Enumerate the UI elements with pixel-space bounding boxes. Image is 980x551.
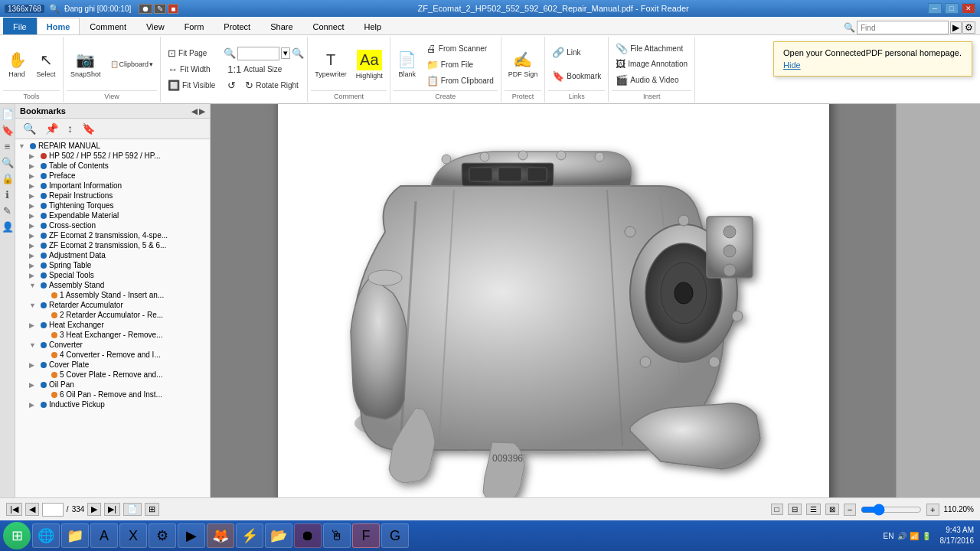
taskbar-app3[interactable]: G — [381, 523, 409, 548]
tab-help[interactable]: Help — [354, 18, 392, 34]
bookmark-item[interactable]: 4 Converter - Remove and I... — [15, 350, 210, 360]
start-button[interactable]: ⊞ — [3, 522, 31, 549]
zoom-slider[interactable] — [861, 504, 922, 516]
bookmark-current-button[interactable]: 📄 — [123, 503, 142, 516]
taskbar-firefox[interactable]: 🦊 — [207, 523, 234, 548]
side-strip-bookmarks-icon[interactable]: 🔖 — [0, 123, 15, 138]
highlight-button[interactable]: Aa Highlight — [352, 41, 387, 87]
taskbar-explorer[interactable]: 📁 — [61, 523, 89, 548]
zoom-input[interactable]: 110.20% — [237, 47, 279, 60]
sidebar-icon2[interactable]: 📌 — [42, 121, 61, 136]
side-strip-properties-icon[interactable]: ℹ — [4, 187, 11, 202]
last-page-button[interactable]: ▶| — [104, 503, 120, 516]
bookmark-item[interactable]: ▼Retarder Accumulator — [15, 300, 210, 310]
sidebar-collapse-right[interactable]: ▶ — [199, 107, 205, 116]
tab-comment[interactable]: Comment — [80, 18, 136, 34]
prev-page-button[interactable]: ◀ — [25, 503, 39, 516]
zoom-in-icon[interactable]: 🔍 — [292, 47, 304, 59]
taskbar-app2[interactable]: 🖱 — [323, 523, 351, 548]
sidebar-icon3[interactable]: ↕ — [64, 121, 76, 136]
side-strip-layers-icon[interactable]: ≡ — [3, 139, 12, 154]
connected-pdf-hide-link[interactable]: Hide — [783, 60, 962, 70]
bookmark-item[interactable]: 5 Cover Plate - Remove and... — [15, 370, 210, 380]
file-attachment-button[interactable]: 📎 File Attachment — [612, 41, 691, 56]
minimize-button[interactable]: ─ — [928, 3, 942, 14]
blank-button[interactable]: 📄 Blank — [394, 41, 421, 87]
bookmark-item[interactable]: ▼REPAIR MANUAL — [15, 141, 210, 151]
from-clipboard-button[interactable]: 📋 From Clipboard — [423, 73, 498, 88]
bookmark-item[interactable]: ▶Tightening Torques — [15, 201, 210, 210]
bookmark-item[interactable]: 6 Oil Pan - Remove and Inst... — [15, 390, 210, 399]
bookmark-button[interactable]: 🔖 Bookmark — [548, 69, 605, 84]
bookmark-item[interactable]: ▼Converter — [15, 340, 210, 350]
bookmark-item[interactable]: ▶Important Information — [15, 181, 210, 191]
fit-page-button[interactable]: ⊡ Fit Page — [164, 46, 219, 61]
zoom-dropdown-icon[interactable]: ▾ — [281, 47, 290, 59]
taskbar-record[interactable]: ⏺ — [294, 523, 322, 548]
tab-protect[interactable]: Protect — [214, 18, 260, 34]
tab-home[interactable]: Home — [37, 18, 80, 34]
sidebar-collapse-left[interactable]: ◀ — [191, 107, 198, 116]
ribbon-search-input[interactable] — [857, 21, 949, 34]
taskbar-foxit[interactable]: F — [352, 523, 380, 548]
image-annotation-button[interactable]: 🖼 Image Annotation — [612, 57, 691, 72]
from-scanner-button[interactable]: 🖨 From Scanner — [423, 41, 498, 56]
next-page-button[interactable]: ▶ — [87, 503, 101, 516]
bookmark-item[interactable]: ▶Special Tools — [15, 270, 210, 280]
bookmark-item[interactable]: ▶Cover Plate — [15, 360, 210, 370]
taskbar-acrobat[interactable]: A — [90, 523, 118, 548]
taskbar-excel[interactable]: X — [119, 523, 147, 548]
bookmark-item[interactable]: ▶Table of Contents — [15, 161, 210, 171]
view-mode-single[interactable]: □ — [771, 504, 783, 515]
bookmark-item[interactable]: ▶ZF Ecomat 2 transmission, 4-spe... — [15, 230, 210, 240]
search-options-btn[interactable]: ⚙ — [962, 21, 975, 34]
bookmark-item[interactable]: ▶Spring Table — [15, 260, 210, 270]
tab-form[interactable]: Form — [175, 18, 214, 34]
bookmark-item[interactable]: ▶Expendable Material — [15, 210, 210, 220]
pdf-sign-button[interactable]: ✍ PDF Sign — [505, 41, 542, 87]
side-strip-user-icon[interactable]: 👤 — [0, 220, 15, 234]
side-strip-pen-icon[interactable]: ✎ — [2, 204, 13, 218]
search-go-btn[interactable]: ▶ — [950, 21, 962, 34]
bookmark-item[interactable]: ▶Adjustment Data — [15, 250, 210, 260]
link-button[interactable]: 🔗 Link — [548, 45, 605, 60]
taskbar-media[interactable]: ▶ — [178, 523, 205, 548]
from-file-button[interactable]: 📁 From File — [423, 57, 498, 72]
bookmark-item[interactable]: ▶Oil Pan — [15, 380, 210, 390]
fit-width-button[interactable]: ↔ Fit Width — [164, 62, 219, 77]
bookmark-item[interactable]: ▼Assembly Stand — [15, 280, 210, 290]
zoom-in-button[interactable]: + — [926, 504, 939, 516]
actual-size-button[interactable]: 1:1 Actual Size — [224, 62, 304, 77]
bookmark-item[interactable]: ▶Heat Exchanger — [15, 320, 210, 330]
fit-visible-button[interactable]: 🔲 Fit Visible — [164, 78, 219, 93]
side-strip-pages-icon[interactable]: 📄 — [0, 107, 15, 122]
rotate-right-button[interactable]: ↻ Rotate Right — [241, 78, 302, 93]
tab-file[interactable]: File — [3, 18, 37, 34]
bookmark-item[interactable]: 3 Heat Exchanger - Remove... — [15, 330, 210, 340]
two-page-button[interactable]: ⊞ — [145, 503, 159, 516]
tab-share[interactable]: Share — [260, 18, 302, 34]
side-strip-search-icon[interactable]: 🔍 — [0, 155, 15, 170]
sidebar-icon4[interactable]: 🔖 — [79, 121, 98, 136]
bookmark-item[interactable]: 1 Assembly Stand - Insert an... — [15, 290, 210, 300]
taskbar-ie[interactable]: 🌐 — [32, 523, 60, 548]
audio-video-button[interactable]: 🎬 Audio & Video — [612, 73, 691, 88]
bookmark-item[interactable]: ▶HP 502 / HP 552 / HP 592 / HP... — [15, 151, 210, 161]
taskbar-unknown1[interactable]: ⚙ — [149, 523, 176, 548]
clipboard-button[interactable]: 📋 Clipboard ▾ — [106, 41, 158, 87]
zoom-out-icon[interactable]: 🔍 — [224, 47, 236, 59]
view-mode-double[interactable]: ⊟ — [788, 504, 802, 515]
first-page-button[interactable]: |◀ — [6, 503, 22, 516]
side-strip-security-icon[interactable]: 🔒 — [0, 171, 15, 186]
rotate-left-button[interactable]: ↺ — [224, 78, 240, 93]
record-controls[interactable]: ⏺ ✎ ■ — [139, 4, 178, 14]
window-controls[interactable]: ─ □ ✕ — [928, 3, 975, 14]
clock[interactable]: 9:43 AM 8/17/2016 — [937, 525, 978, 546]
zoom-out-button[interactable]: − — [844, 504, 856, 516]
taskbar-app1[interactable]: ⚡ — [236, 523, 263, 548]
tab-view[interactable]: View — [136, 18, 175, 34]
bookmark-item[interactable]: ▶Repair Instructions — [15, 191, 210, 201]
tab-connect[interactable]: Connect — [303, 18, 354, 34]
snapshot-button[interactable]: 📷 SnapShot — [67, 41, 105, 87]
bookmark-item[interactable]: 2 Retarder Accumulator - Re... — [15, 310, 210, 320]
